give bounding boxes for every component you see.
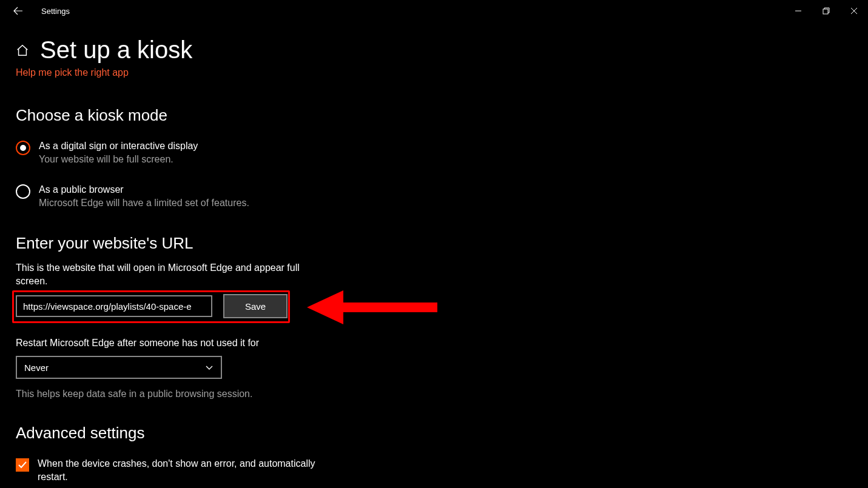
minimize-button[interactable] [784, 0, 812, 22]
close-button[interactable] [840, 0, 868, 22]
svg-rect-0 [823, 9, 828, 14]
url-section-description: This is the website that will open in Mi… [16, 261, 307, 288]
url-section-heading: Enter your website's URL [16, 234, 440, 253]
radio-label: As a digital sign or interactive display [39, 139, 198, 153]
kiosk-mode-option-display[interactable]: As a digital sign or interactive display… [16, 139, 440, 166]
app-title: Settings [41, 7, 70, 16]
auto-restart-checkbox-row[interactable]: When the device crashes, don't show an e… [16, 457, 440, 484]
svg-rect-1 [340, 302, 437, 312]
restart-label: Restart Microsoft Edge after someone has… [16, 338, 440, 349]
kiosk-mode-option-browser[interactable]: As a public browser Microsoft Edge will … [16, 183, 440, 210]
advanced-heading: Advanced settings [16, 424, 440, 443]
titlebar: Settings [0, 0, 868, 22]
minimize-icon [795, 7, 802, 15]
restart-timeout-select[interactable]: Never [16, 356, 222, 379]
kiosk-mode-heading: Choose a kiosk mode [16, 106, 440, 125]
chevron-down-icon [205, 363, 214, 372]
page-header: Set up a kiosk [16, 36, 440, 64]
maximize-icon [823, 7, 830, 15]
maximize-button[interactable] [812, 0, 840, 22]
url-input-row: Save [16, 294, 440, 318]
checkbox-label: When the device crashes, don't show an e… [38, 457, 317, 484]
radio-sublabel: Microsoft Edge will have a limited set o… [39, 196, 249, 210]
radio-selected-icon [16, 141, 30, 155]
checkbox-checked-icon [16, 458, 29, 472]
help-link[interactable]: Help me pick the right app [16, 67, 440, 78]
save-button[interactable]: Save [223, 294, 288, 318]
window-controls [784, 0, 868, 22]
radio-sublabel: Your website will be full screen. [39, 153, 198, 166]
url-input[interactable] [16, 295, 212, 317]
page-content: Set up a kiosk Help me pick the right ap… [0, 22, 440, 484]
radio-unselected-icon [16, 184, 30, 199]
select-value: Never [24, 363, 49, 373]
back-arrow-icon [13, 6, 23, 16]
home-icon[interactable] [16, 44, 29, 57]
page-title: Set up a kiosk [40, 36, 192, 64]
back-button[interactable] [7, 0, 29, 22]
annotation-arrow-icon [307, 289, 440, 326]
radio-label: As a public browser [39, 183, 249, 196]
restart-hint: This helps keep data safe in a public br… [16, 389, 440, 399]
svg-marker-2 [307, 290, 343, 324]
close-icon [850, 7, 858, 15]
